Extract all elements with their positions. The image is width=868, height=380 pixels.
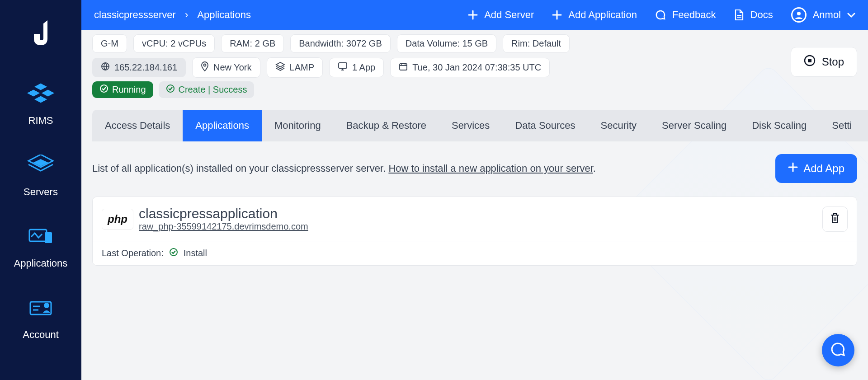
check-circle-icon	[166, 84, 175, 95]
chat-icon	[655, 9, 666, 20]
svg-marker-5	[33, 159, 48, 166]
add-application-label: Add Application	[568, 9, 637, 21]
delete-app-button[interactable]	[822, 206, 848, 232]
status-create-badge: Create | Success	[159, 81, 255, 98]
chip-location-text: New York	[213, 62, 252, 73]
how-to-install-link[interactable]: How to install a new application on your…	[388, 163, 593, 174]
sidebar-item-label: Applications	[14, 258, 68, 269]
svg-point-9	[44, 303, 49, 308]
status-running-badge: Running	[92, 81, 153, 98]
check-circle-icon	[99, 84, 108, 95]
status-running-text: Running	[112, 84, 146, 95]
php-logo-text: php	[108, 213, 127, 225]
breadcrumb-page[interactable]: Applications	[197, 9, 251, 21]
add-server-button[interactable]: Add Server	[468, 9, 534, 21]
chip-data-volume: Data Volume: 15 GB	[397, 34, 496, 53]
avatar-icon	[791, 7, 807, 23]
tab-server-scaling[interactable]: Server Scaling	[649, 110, 739, 141]
breadcrumb: classicpressserver › Applications	[94, 9, 251, 21]
chip-ip[interactable]: 165.22.184.161	[92, 58, 186, 77]
sidebar-item-servers[interactable]: Servers	[24, 155, 58, 198]
sidebar-item-label: Servers	[24, 186, 58, 198]
tab-security[interactable]: Security	[588, 110, 649, 141]
svg-rect-26	[808, 59, 811, 62]
chip-location: New York	[192, 57, 260, 78]
svg-marker-2	[41, 89, 55, 97]
tab-applications[interactable]: Applications	[183, 110, 262, 141]
user-name: Anmol	[813, 9, 841, 21]
php-logo: php	[102, 209, 133, 230]
topbar-actions: Add Server Add Application Feedback Docs…	[468, 7, 855, 23]
svg-marker-3	[34, 96, 47, 103]
intro-prefix: List of all application(s) installed on …	[92, 163, 388, 174]
main: G-M vCPU: 2 vCPUs RAM: 2 GB Bandwidth: 3…	[81, 30, 868, 380]
document-icon	[734, 9, 744, 21]
help-chat-bubble[interactable]	[822, 334, 854, 366]
feedback-label: Feedback	[672, 9, 716, 21]
topbar: classicpressserver › Applications Add Se…	[81, 0, 868, 30]
sidebar-item-applications[interactable]: Applications	[14, 226, 68, 269]
server-info-row-1: G-M vCPU: 2 vCPUs RAM: 2 GB Bandwidth: 3…	[81, 30, 868, 53]
breadcrumb-server[interactable]: classicpressserver	[94, 9, 176, 21]
stop-icon	[804, 55, 816, 69]
last-op-label: Last Operation:	[102, 248, 164, 258]
add-app-button[interactable]: Add App	[775, 154, 857, 183]
sidebar-item-label: RIMS	[28, 115, 53, 127]
chip-vcpu: vCPU: 2 vCPUs	[133, 34, 215, 53]
tab-settings-cutoff[interactable]: Setti	[819, 110, 864, 141]
tab-access-details[interactable]: Access Details	[92, 110, 183, 141]
feedback-button[interactable]: Feedback	[655, 9, 716, 21]
layers-icon	[275, 61, 285, 74]
intro-suffix: .	[593, 163, 596, 174]
stop-button[interactable]: Stop	[791, 47, 857, 77]
monitor-icon	[338, 62, 348, 73]
add-app-label: Add App	[803, 162, 844, 175]
check-circle-icon	[169, 248, 178, 259]
cubes-icon	[27, 83, 55, 107]
app-name[interactable]: classicpressapplication	[139, 206, 308, 221]
docs-label: Docs	[750, 9, 773, 21]
chevron-right-icon: ›	[185, 9, 188, 21]
chip-ip-text: 165.22.184.161	[114, 62, 177, 73]
svg-rect-7	[45, 232, 52, 243]
tab-backup-restore[interactable]: Backup & Restore	[334, 110, 439, 141]
apps-icon	[27, 226, 55, 249]
chip-stack-text: LAMP	[290, 62, 314, 73]
docs-button[interactable]: Docs	[734, 9, 773, 21]
chevron-down-icon	[847, 9, 855, 21]
chip-rim: Rim: Default	[503, 34, 570, 53]
user-menu[interactable]: Anmol	[791, 7, 855, 23]
intro-row: List of all application(s) installed on …	[92, 154, 857, 183]
app-url-link[interactable]: raw_php-35599142175.devrimsdemo.com	[139, 221, 308, 232]
app-card-header: php classicpressapplication raw_php-3559…	[93, 197, 857, 241]
status-row: Running Create | Success	[81, 78, 868, 110]
app-card-footer: Last Operation: Install	[93, 241, 857, 265]
chip-size: G-M	[92, 34, 127, 53]
tab-monitoring[interactable]: Monitoring	[262, 110, 334, 141]
brand-logo	[27, 18, 54, 52]
tab-services[interactable]: Services	[439, 110, 502, 141]
add-server-label: Add Server	[484, 9, 534, 21]
svg-point-14	[204, 64, 206, 66]
plus-icon	[788, 162, 798, 175]
sidebar: RIMS Servers Applications	[0, 0, 81, 380]
tab-data-sources[interactable]: Data Sources	[502, 110, 588, 141]
sidebar-item-rims[interactable]: RIMS	[27, 83, 55, 127]
server-info-row-2: 165.22.184.161 New York LAMP 1 App Tue, …	[81, 53, 868, 78]
chip-apps-text: 1 App	[352, 62, 375, 73]
app-card: php classicpressapplication raw_php-3559…	[92, 197, 857, 266]
chip-created: Tue, 30 Jan 2024 07:38:35 UTC	[390, 58, 550, 77]
add-application-button[interactable]: Add Application	[552, 9, 637, 21]
svg-point-12	[797, 12, 801, 15]
chip-bandwidth: Bandwidth: 3072 GB	[290, 34, 390, 53]
account-card-icon	[27, 297, 55, 321]
status-create-text: Create | Success	[179, 84, 247, 95]
plus-icon	[468, 10, 478, 20]
svg-marker-15	[276, 62, 284, 67]
sidebar-item-account[interactable]: Account	[23, 297, 59, 341]
last-op-value: Install	[184, 248, 207, 258]
applications-content: List of all application(s) installed on …	[81, 141, 868, 278]
plus-icon	[552, 10, 562, 20]
chip-ram: RAM: 2 GB	[221, 34, 284, 53]
tab-disk-scaling[interactable]: Disk Scaling	[739, 110, 819, 141]
